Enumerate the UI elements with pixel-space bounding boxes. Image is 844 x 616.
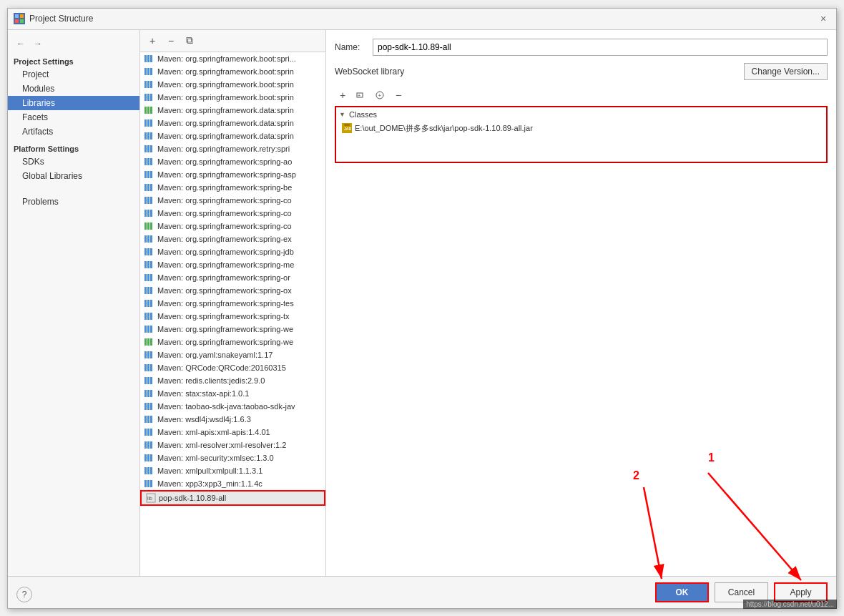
svg-rect-3 (20, 19, 24, 23)
close-button[interactable]: × (816, 11, 830, 26)
list-item[interactable]: Maven: redis.clients:jedis:2.9.0 (140, 374, 325, 387)
svg-rect-113 (344, 124, 350, 126)
name-row: Name: (335, 39, 828, 56)
help-button[interactable]: ? (16, 587, 32, 602)
nav-forward-button[interactable]: → (31, 37, 45, 50)
classes-header: ▼ Classes (339, 110, 823, 119)
svg-text:lib: lib (147, 496, 152, 501)
svg-rect-78 (150, 364, 152, 371)
list-item[interactable]: Maven: org.springframework.data:sprin (140, 129, 325, 142)
nav-back-button[interactable]: ← (14, 37, 28, 50)
app-icon (14, 13, 25, 24)
svg-rect-61 (144, 300, 147, 307)
list-item[interactable]: Maven: org.springframework:spring-ao (140, 155, 325, 168)
svg-rect-53 (147, 261, 149, 268)
sidebar-item-artifacts[interactable]: Artifacts (8, 124, 139, 139)
list-item[interactable]: lib pop-sdk-1.10.89-all (140, 490, 325, 506)
list-item[interactable]: Maven: org.springframework.boot:sprin (140, 65, 325, 78)
list-item[interactable]: Maven: org.springframework:spring-ox (140, 284, 325, 297)
list-item[interactable]: Maven: xml-resolver:xml-resolver:1.2 (140, 439, 325, 451)
library-list: Maven: org.springframework.boot:spri... … (140, 52, 325, 576)
change-version-button[interactable]: Change Version... (744, 63, 828, 80)
add-class-alt-button[interactable]: + (353, 87, 369, 103)
remove-class-button[interactable]: − (391, 87, 406, 103)
svg-rect-34 (144, 184, 147, 191)
svg-rect-29 (147, 158, 149, 165)
svg-rect-55 (144, 274, 147, 281)
add-class-alt2-button[interactable]: + (372, 87, 388, 103)
list-item[interactable]: Maven: org.springframework:spring-me (140, 258, 325, 271)
list-item[interactable]: Maven: org.springframework:spring-or (140, 271, 325, 284)
list-item[interactable]: Maven: org.springframework:spring-tes (140, 297, 325, 310)
sidebar-item-project[interactable]: Project (8, 67, 139, 82)
list-item[interactable]: Maven: taobao-sdk-java:taobao-sdk-jav (140, 400, 325, 413)
svg-rect-44 (147, 223, 149, 230)
svg-rect-2 (15, 19, 19, 23)
add-library-button[interactable]: + (144, 33, 160, 49)
svg-rect-25 (144, 145, 147, 152)
list-item[interactable]: Maven: org.springframework.data:sprin (140, 104, 325, 117)
library-name: Maven: org.springframework.retry:spri (157, 145, 290, 153)
list-item[interactable]: Maven: org.springframework:spring-ex (140, 233, 325, 245)
library-name: Maven: org.springframework:spring-tx (157, 312, 290, 321)
list-item[interactable]: Maven: xpp3:xpp3_min:1.1.4c (140, 477, 325, 490)
list-item[interactable]: Maven: org.springframework.retry:spri (140, 142, 325, 155)
list-item[interactable]: Maven: org.yaml:snakeyaml:1.17 (140, 348, 325, 361)
svg-rect-87 (150, 403, 152, 410)
list-item[interactable]: Maven: org.springframework:spring-asp (140, 168, 325, 181)
library-icon (144, 234, 154, 244)
list-item[interactable]: Maven: org.springframework.boot:sprin (140, 78, 325, 91)
svg-rect-40 (144, 210, 147, 217)
library-icon (144, 79, 154, 89)
svg-rect-45 (150, 223, 152, 230)
name-input[interactable] (373, 39, 828, 56)
list-item[interactable]: Maven: org.springframework:spring-jdb (140, 245, 325, 258)
list-item[interactable]: Maven: xml-security:xmlsec:1.3.0 (140, 451, 325, 464)
svg-rect-69 (150, 326, 152, 333)
list-item[interactable]: Maven: QRCode:QRCode:20160315 (140, 361, 325, 374)
list-item[interactable]: Maven: wsdl4j:wsdl4j:1.6.3 (140, 413, 325, 426)
library-icon (144, 208, 154, 218)
list-item[interactable]: Maven: org.springframework:spring-we (140, 323, 325, 336)
sidebar-item-global-libraries[interactable]: Global Libraries (8, 169, 139, 183)
list-item[interactable]: Maven: org.springframework:spring-co (140, 220, 325, 233)
library-icon (144, 414, 154, 424)
remove-library-button[interactable]: − (163, 33, 179, 49)
sidebar-item-problems[interactable]: Problems (8, 195, 139, 209)
list-item[interactable]: Maven: org.springframework.data:sprin (140, 117, 325, 129)
svg-rect-30 (150, 158, 152, 165)
library-name: Maven: redis.clients:jedis:2.9.0 (157, 376, 265, 385)
list-item[interactable]: Maven: org.springframework.boot:sprin (140, 91, 325, 104)
list-item[interactable]: Maven: org.springframework:spring-co (140, 194, 325, 207)
svg-rect-76 (144, 364, 147, 371)
jar-icon: JAR (342, 123, 352, 133)
sidebar-item-libraries[interactable]: Libraries (8, 96, 139, 110)
svg-rect-77 (147, 364, 149, 371)
svg-rect-62 (147, 300, 149, 307)
sidebar-item-modules[interactable]: Modules (8, 82, 139, 96)
library-name: Maven: xmlpull:xmlpull:1.1.3.1 (157, 466, 262, 475)
list-item[interactable]: Maven: org.springframework:spring-be (140, 181, 325, 194)
list-item[interactable]: Maven: org.springframework:spring-tx (140, 310, 325, 323)
ok-button[interactable]: OK (655, 582, 709, 602)
websocket-row: WebSocket library Change Version... (335, 63, 828, 80)
sidebar-item-facets[interactable]: Facets (8, 110, 139, 124)
svg-rect-86 (147, 403, 149, 410)
list-item[interactable]: Maven: org.springframework.boot:spri... (140, 52, 325, 65)
library-name: Maven: org.springframework:spring-we (157, 338, 293, 346)
list-item[interactable]: Maven: org.springframework:spring-we (140, 336, 325, 348)
svg-rect-94 (144, 441, 147, 449)
svg-rect-99 (150, 454, 152, 461)
copy-library-button[interactable]: ⧉ (182, 33, 197, 49)
list-item[interactable]: Maven: xml-apis:xml-apis:1.4.01 (140, 426, 325, 439)
svg-rect-24 (150, 132, 152, 140)
collapse-arrow[interactable]: ▼ (339, 111, 346, 118)
add-class-button[interactable]: + (335, 87, 350, 103)
sidebar-item-sdks[interactable]: SDKs (8, 155, 139, 169)
list-item[interactable]: Maven: xmlpull:xmlpull:1.1.3.1 (140, 464, 325, 477)
list-item[interactable]: Maven: stax:stax-api:1.0.1 (140, 387, 325, 400)
svg-rect-17 (147, 107, 149, 114)
library-icon: lib (146, 493, 156, 503)
svg-rect-7 (144, 68, 147, 75)
list-item[interactable]: Maven: org.springframework:spring-co (140, 207, 325, 220)
